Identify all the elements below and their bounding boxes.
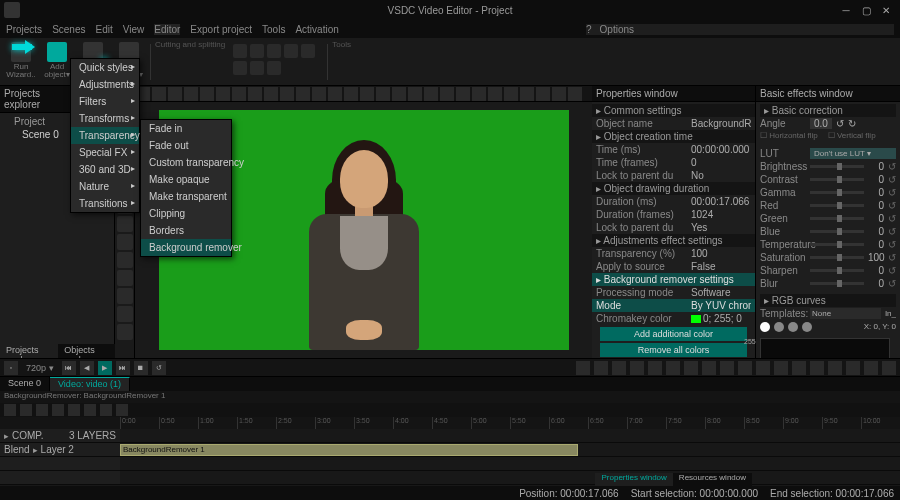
tab-properties[interactable]: Properties window (595, 473, 672, 486)
playback-btn-4[interactable]: ⏹ (134, 361, 148, 375)
prop-row[interactable]: Transparency (%)100 (592, 247, 755, 260)
timeline-tab-video[interactable]: Video: video (1) (50, 377, 130, 391)
rotate-ccw-icon[interactable]: ↺ (836, 118, 844, 129)
canvas-tool-3[interactable] (184, 87, 198, 101)
slider-blur[interactable] (810, 282, 864, 285)
timeline-tool-3[interactable] (630, 361, 644, 375)
timeline-tool-1[interactable] (594, 361, 608, 375)
tab-objects-explorer[interactable]: Objects explorer (58, 344, 115, 358)
mini-tool-6[interactable] (250, 61, 264, 75)
menu-projects[interactable]: Projects (6, 24, 42, 35)
resolution-select[interactable]: 720p ▾ (26, 363, 54, 373)
timeline-tool-15[interactable] (846, 361, 860, 375)
menu-item-special-fx[interactable]: Special FX (71, 144, 139, 161)
canvas-tool-7[interactable] (248, 87, 262, 101)
prop-row[interactable]: Duration (ms)00:00:17.066 (592, 195, 755, 208)
menu-item-custom-transparency[interactable]: Custom transparency (141, 154, 231, 171)
canvas-tool-15[interactable] (376, 87, 390, 101)
timeline-tool-12[interactable] (792, 361, 806, 375)
menu-activation[interactable]: Activation (295, 24, 338, 35)
vtool-10[interactable] (117, 270, 133, 286)
canvas-tool-14[interactable] (360, 87, 374, 101)
timeline-tool-5[interactable] (666, 361, 680, 375)
tab-projects-explorer[interactable]: Projects explorer (0, 344, 58, 358)
canvas-tool-20[interactable] (456, 87, 470, 101)
canvas-tool-17[interactable] (408, 87, 422, 101)
fx-curves-group[interactable]: ▸ RGB curves (760, 294, 896, 307)
prop-group[interactable]: ▸ Common settings (592, 104, 755, 117)
slider-saturation[interactable] (810, 256, 864, 259)
vtool-13[interactable] (117, 324, 133, 340)
menu-item-fade-out[interactable]: Fade out (141, 137, 231, 154)
preview-toggle[interactable]: ▫ (4, 361, 18, 375)
tl-hdr-btn-3[interactable] (52, 404, 64, 416)
canvas-tool-16[interactable] (392, 87, 406, 101)
timeline-clip[interactable]: BackgroundRemover 1 (120, 444, 578, 456)
canvas-tool-11[interactable] (312, 87, 326, 101)
vtool-8[interactable] (117, 234, 133, 250)
timeline-tool-7[interactable] (702, 361, 716, 375)
prop-row[interactable]: ModeBy YUV chromakey (592, 299, 755, 312)
tl-hdr-btn-6[interactable] (100, 404, 112, 416)
canvas-tool-1[interactable] (152, 87, 166, 101)
prop-button[interactable]: Add additional color (600, 327, 747, 341)
timeline-tool-11[interactable] (774, 361, 788, 375)
help-icon[interactable]: ? (586, 24, 592, 35)
menu-tools[interactable]: Tools (262, 24, 285, 35)
add-object-button[interactable]: Add object▾ (40, 40, 74, 81)
timeline-tool-10[interactable] (756, 361, 770, 375)
options-link[interactable]: Options (600, 24, 634, 35)
playback-btn-0[interactable]: ⏮ (62, 361, 76, 375)
menu-item-transparency[interactable]: Transparency (71, 127, 139, 144)
fx-group[interactable]: ▸ Basic correction (760, 104, 896, 117)
canvas-tool-5[interactable] (216, 87, 230, 101)
mini-tool-2[interactable] (267, 44, 281, 58)
canvas-tool-24[interactable] (520, 87, 534, 101)
menu-item-nature[interactable]: Nature (71, 178, 139, 195)
canvas-tool-6[interactable] (232, 87, 246, 101)
menu-item-quick-styles[interactable]: Quick styles (71, 59, 139, 76)
timeline-tool-17[interactable] (882, 361, 896, 375)
timeline-tool-16[interactable] (864, 361, 878, 375)
timeline-tool-14[interactable] (828, 361, 842, 375)
prop-row[interactable]: Lock to parent duNo (592, 169, 755, 182)
canvas-tool-9[interactable] (280, 87, 294, 101)
menu-view[interactable]: View (123, 24, 145, 35)
slider-blue[interactable] (810, 230, 864, 233)
canvas-tool-25[interactable] (536, 87, 550, 101)
curve-channel-dot[interactable] (788, 322, 798, 332)
timeline-tool-13[interactable] (810, 361, 824, 375)
menu-item-transforms[interactable]: Transforms (71, 110, 139, 127)
prop-button[interactable]: Remove all colors (600, 343, 747, 357)
vtool-9[interactable] (117, 252, 133, 268)
menu-item-filters[interactable]: Filters (71, 93, 139, 110)
track-comp-header[interactable]: ▸ COMP. 3 LAYERS (0, 429, 120, 442)
track-blend-header[interactable]: Blend ▸ Layer 2 (0, 443, 120, 456)
maximize-button[interactable]: ▢ (856, 3, 876, 17)
mini-tool-5[interactable] (233, 61, 247, 75)
close-button[interactable]: ✕ (876, 3, 896, 17)
mini-tool-0[interactable] (233, 44, 247, 58)
menu-export-project[interactable]: Export project (190, 24, 252, 35)
canvas-tool-4[interactable] (200, 87, 214, 101)
prop-row[interactable]: Time (frames)0 (592, 156, 755, 169)
prop-row[interactable]: Time (ms)00:00:00.000 (592, 143, 755, 156)
minimize-button[interactable]: ─ (836, 3, 856, 17)
prop-group[interactable]: ▸ Adjustments effect settings (592, 234, 755, 247)
slider-contrast[interactable] (810, 178, 864, 181)
slider-green[interactable] (810, 217, 864, 220)
timeline-tool-4[interactable] (648, 361, 662, 375)
prop-row[interactable]: Duration (frames)1024 (592, 208, 755, 221)
canvas-tool-13[interactable] (344, 87, 358, 101)
menu-item-adjustments[interactable]: Adjustments (71, 76, 139, 93)
tl-hdr-btn-7[interactable] (116, 404, 128, 416)
vtool-12[interactable] (117, 306, 133, 322)
canvas-tool-19[interactable] (440, 87, 454, 101)
tl-hdr-btn-1[interactable] (20, 404, 32, 416)
vtool-7[interactable] (117, 216, 133, 232)
timeline-tab-scene[interactable]: Scene 0 (0, 377, 50, 391)
menu-scenes[interactable]: Scenes (52, 24, 85, 35)
menu-editor[interactable]: Editor (154, 24, 180, 35)
slider-red[interactable] (810, 204, 864, 207)
canvas-tool-27[interactable] (568, 87, 582, 101)
